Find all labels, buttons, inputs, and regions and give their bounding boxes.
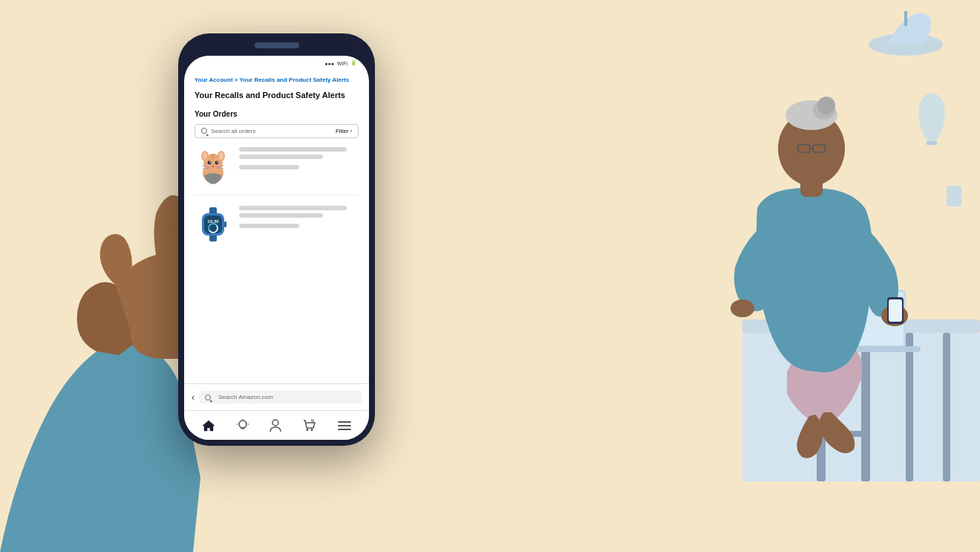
svg-point-26 (731, 299, 754, 317)
phone-device: ●●● WiFi 🔋 Your Account > Your Recalls a… (178, 33, 375, 446)
page-title: Your Recalls and Product Safety Alerts (195, 90, 359, 100)
svg-point-58 (311, 429, 313, 431)
nav-menu[interactable] (338, 421, 351, 431)
svg-rect-1 (904, 11, 907, 26)
svg-point-37 (212, 165, 215, 167)
breadcrumb-separator: > (235, 77, 240, 83)
amazon-search-icon (205, 394, 211, 400)
orders-heading: Your Orders (195, 110, 359, 118)
svg-point-35 (209, 161, 211, 163)
order-line-1 (239, 206, 347, 210)
svg-rect-51 (224, 221, 226, 227)
svg-rect-11 (943, 333, 950, 481)
svg-point-39 (217, 163, 221, 168)
nav-ideas[interactable] (237, 419, 249, 432)
screen-main-content: Your Account > Your Recalls and Product … (184, 71, 369, 383)
order-item[interactable]: 10:30 (195, 206, 359, 253)
order-line-3 (239, 224, 299, 228)
amazon-search-bar[interactable]: Search Amazon.com (199, 391, 362, 403)
search-placeholder: Search all orders (211, 128, 336, 134)
back-arrow-icon[interactable]: ‹ (192, 392, 195, 403)
amazon-search-placeholder: Search Amazon.com (218, 394, 273, 400)
order-line-1 (239, 147, 347, 152)
svg-point-31 (203, 152, 207, 160)
order-details (239, 147, 359, 169)
svg-rect-2 (927, 141, 937, 145)
svg-point-38 (205, 163, 209, 168)
orders-search-bar[interactable]: Search all orders Filter › (195, 124, 359, 138)
svg-rect-7 (861, 333, 870, 481)
bottom-nav: 0 (184, 410, 369, 440)
order-product-image-2: 10:30 (195, 206, 232, 243)
filter-chevron-icon: › (350, 129, 352, 134)
svg-point-19 (817, 97, 835, 114)
breadcrumb: Your Account > Your Recalls and Product … (195, 77, 359, 84)
order-product-image (195, 147, 232, 184)
svg-text:0: 0 (311, 419, 314, 423)
svg-point-52 (239, 421, 246, 428)
svg-rect-47 (204, 215, 222, 233)
svg-point-57 (307, 429, 309, 431)
filter-button[interactable]: Filter › (336, 128, 352, 134)
order-details-2 (239, 206, 359, 228)
right-illustration (460, 0, 980, 552)
nav-home[interactable] (202, 420, 215, 432)
nav-cart[interactable]: 0 (303, 419, 316, 432)
phone-screen: ●●● WiFi 🔋 Your Account > Your Recalls a… (184, 56, 369, 440)
svg-point-36 (217, 161, 218, 163)
svg-rect-25 (889, 299, 902, 322)
order-line-3 (239, 165, 299, 169)
svg-rect-10 (906, 333, 913, 481)
bottom-search-bar: ‹ Search Amazon.com (184, 383, 369, 410)
search-icon (201, 128, 207, 134)
status-bar: ●●● WiFi 🔋 (184, 56, 369, 71)
order-line-2 (239, 155, 323, 159)
order-line-2 (239, 213, 323, 218)
svg-point-32 (219, 152, 223, 160)
svg-rect-3 (947, 186, 961, 207)
phone-notch (255, 42, 299, 48)
breadcrumb-current: Your Recalls and Product Safety Alerts (240, 77, 350, 83)
background-scene: ●●● WiFi 🔋 Your Account > Your Recalls a… (0, 0, 980, 552)
nav-account[interactable] (270, 419, 281, 432)
svg-text:10:30: 10:30 (207, 219, 219, 224)
breadcrumb-account[interactable]: Your Account (195, 77, 233, 83)
svg-point-56 (272, 420, 278, 426)
order-item[interactable] (195, 147, 359, 195)
